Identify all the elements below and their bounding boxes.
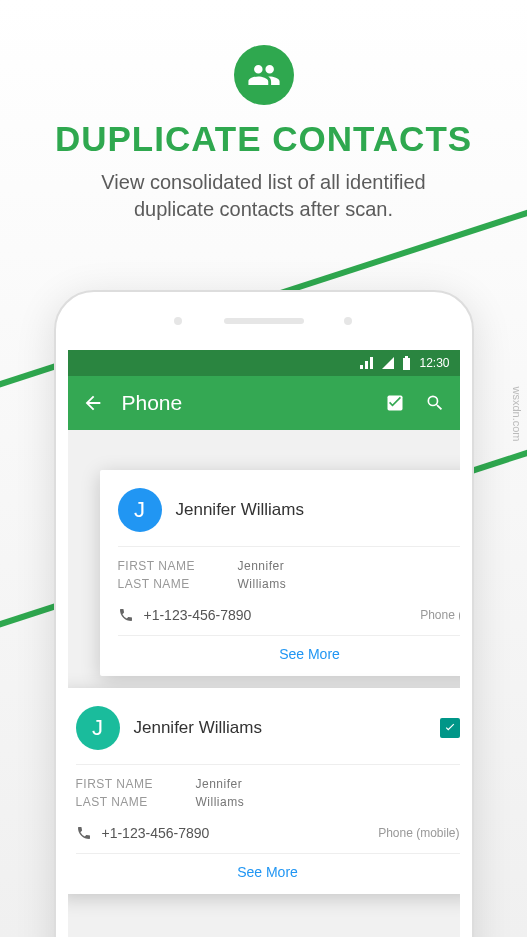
- status-bar: 12:30: [68, 350, 460, 376]
- phone-number: +1-123-456-7890: [144, 607, 252, 623]
- subtitle-line: duplicate contacts after scan.: [134, 198, 393, 220]
- phone-screen: 12:30 Phone J Jennifer Williams FIRST NA…: [68, 350, 460, 937]
- contact-name: Jennifer Williams: [176, 500, 460, 520]
- field-row: FIRST NAME Jennifer: [118, 557, 460, 575]
- avatar: J: [76, 706, 120, 750]
- avatar: J: [118, 488, 162, 532]
- field-value: Williams: [238, 577, 287, 591]
- contact-card[interactable]: J Jennifer Williams FIRST NAME Jennifer …: [68, 688, 460, 894]
- subtitle-line: View consolidated list of all identified: [101, 171, 425, 193]
- phone-mockup: 12:30 Phone J Jennifer Williams FIRST NA…: [54, 290, 474, 937]
- page-subtitle: View consolidated list of all identified…: [0, 169, 527, 223]
- field-label: FIRST NAME: [76, 777, 196, 791]
- divider: [118, 546, 460, 547]
- phone-row: +1-123-456-7890 Phone (mobile): [76, 825, 460, 841]
- phone-type: Phone (mobile): [420, 608, 459, 622]
- contact-name: Jennifer Williams: [134, 718, 426, 738]
- divider: [76, 764, 460, 765]
- phone-icon: [76, 825, 92, 841]
- select-all-checkbox[interactable]: [384, 392, 406, 414]
- signal-icon: [360, 357, 374, 369]
- field-label: LAST NAME: [76, 795, 196, 809]
- app-bar-title: Phone: [122, 391, 366, 415]
- field-value: Jennifer: [238, 559, 285, 573]
- phone-row: +1-123-456-7890 Phone (mobile): [118, 607, 460, 623]
- page-title: DUPLICATE CONTACTS: [0, 119, 527, 159]
- status-time: 12:30: [419, 356, 449, 370]
- app-bar: Phone: [68, 376, 460, 430]
- phone-type: Phone (mobile): [378, 826, 459, 840]
- search-icon[interactable]: [424, 392, 446, 414]
- promo-header: DUPLICATE CONTACTS View consolidated lis…: [0, 0, 527, 223]
- phone-speaker: [224, 318, 304, 324]
- watermark: wsxdn.com: [511, 386, 523, 441]
- field-label: FIRST NAME: [118, 559, 238, 573]
- battery-icon: [402, 356, 411, 370]
- field-row: FIRST NAME Jennifer: [76, 775, 460, 793]
- contact-card[interactable]: J Jennifer Williams FIRST NAME Jennifer …: [100, 470, 460, 676]
- back-arrow-icon[interactable]: [82, 392, 104, 414]
- network-icon: [382, 357, 394, 369]
- phone-camera: [174, 317, 182, 325]
- field-row: LAST NAME Williams: [76, 793, 460, 811]
- field-value: Williams: [196, 795, 245, 809]
- phone-number: +1-123-456-7890: [102, 825, 210, 841]
- select-contact-checkbox[interactable]: [440, 718, 460, 738]
- see-more-button[interactable]: See More: [76, 853, 460, 882]
- contacts-group-icon: [234, 45, 294, 105]
- see-more-button[interactable]: See More: [118, 635, 460, 664]
- field-row: LAST NAME Williams: [118, 575, 460, 593]
- field-label: LAST NAME: [118, 577, 238, 591]
- card-header: J Jennifer Williams: [118, 488, 460, 532]
- phone-sensor: [344, 317, 352, 325]
- card-header: J Jennifer Williams: [76, 706, 460, 750]
- phone-icon: [118, 607, 134, 623]
- field-value: Jennifer: [196, 777, 243, 791]
